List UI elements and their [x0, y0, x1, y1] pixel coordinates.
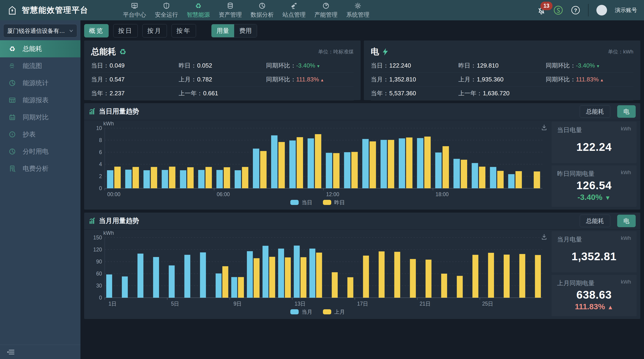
trend-arrow-icon: ▼ — [316, 64, 320, 69]
legend-swatch — [323, 309, 331, 314]
nav-item-asset-management[interactable]: 资产管理 — [219, 2, 242, 19]
trend-value: 111.83%▲ — [296, 76, 324, 83]
trend-chart-icon — [89, 217, 96, 224]
sidebar: 厦门锐谷通信设备有限公司 ♻ 总能耗 能流图 — [0, 20, 80, 359]
legend-item-today[interactable]: 当日 — [290, 199, 312, 206]
daily-side-stats: 当日电量 kWh 122.24 昨日同期电量 kWh 126.54 -3.40%… — [552, 122, 636, 207]
svg-text:0: 0 — [99, 295, 102, 301]
nav-item-capacity-management[interactable]: 产能管理 — [314, 2, 338, 19]
bolt-icon — [382, 48, 388, 56]
nav-item-data-analysis[interactable]: 数据分析 — [250, 2, 274, 19]
nav-item-system-management[interactable]: 系统管理 — [346, 2, 370, 19]
monitor-icon — [131, 2, 138, 10]
sidebar-item-energy-flow[interactable]: 能流图 — [0, 57, 80, 75]
stat-row: 当年：2.237 上一年：0.661 — [91, 87, 354, 100]
bar-chart[interactable]: 0246810kWh00:0006:0012:0018:00 — [86, 122, 549, 198]
chevron-down-icon — [68, 28, 73, 34]
legend-item-this-month[interactable]: 当月 — [290, 308, 312, 315]
card-title: 电 — [371, 46, 388, 57]
sidebar-menu: ♻ 总能耗 能流图 能源统计 — [0, 40, 80, 177]
meter-bolt-icon — [8, 130, 16, 138]
app-title: 智慧能效管理平台 — [22, 5, 88, 16]
legend-item-last-month[interactable]: 上月 — [323, 308, 345, 315]
sidebar-item-electricity-cost-analysis[interactable]: 电费分析 — [0, 160, 80, 177]
svg-text:2: 2 — [99, 173, 102, 179]
bar-chart[interactable]: 0306090120150kWh1日5日9日13日17日21日25日 — [86, 231, 549, 307]
mode-button-electricity[interactable]: 电 — [617, 105, 636, 118]
unit-label: 单位：kWh — [608, 48, 633, 55]
svg-text:?: ? — [574, 8, 577, 13]
nav-item-platform-center[interactable]: 平台中心 — [123, 2, 146, 19]
svg-text:4: 4 — [99, 161, 102, 167]
stat-row: 当日：122.240 昨日：129.810 同期环比：-3.40%▼ — [371, 59, 633, 73]
avatar[interactable] — [596, 5, 607, 16]
svg-text:5日: 5日 — [171, 301, 179, 307]
trend-arrow-icon: ▲ — [607, 304, 613, 311]
sidebar-item-energy-statistics[interactable]: 能源统计 — [0, 75, 80, 92]
nav-item-site-management[interactable]: 站点管理 — [282, 2, 306, 19]
svg-text:17日: 17日 — [357, 301, 368, 307]
nav-item-smart-energy[interactable]: ♻ 智慧能源 — [187, 2, 210, 19]
sidebar-item-period-comparison[interactable]: 同期对比 — [0, 109, 80, 126]
topbar-divider — [588, 4, 588, 17]
svg-text:120: 120 — [93, 247, 102, 253]
chart-legend: 当月 上月 — [86, 307, 549, 316]
download-icon[interactable] — [540, 124, 548, 131]
legend-item-yesterday[interactable]: 昨日 — [323, 199, 345, 206]
flow-icon — [8, 62, 16, 70]
svg-text:kWh: kWh — [103, 231, 114, 236]
nav-item-safe-operation[interactable]: 安全运行 — [155, 2, 178, 19]
sidebar-item-energy-report[interactable]: 能源报表 — [0, 92, 80, 109]
company-select[interactable]: 厦门锐谷通信设备有限公司 — [3, 24, 77, 38]
segment-usage[interactable]: 用量 — [212, 24, 234, 37]
svg-text:150: 150 — [93, 235, 102, 241]
brand: 智慧能效管理平台 — [7, 5, 88, 16]
stat-value: 638.63 — [576, 288, 612, 301]
notifications-button[interactable]: 13 — [537, 5, 546, 15]
svg-text:6: 6 — [99, 149, 102, 155]
pie-chart-icon — [8, 79, 16, 87]
recycle-icon: ♻ — [8, 45, 16, 53]
account-name[interactable]: 演示账号 — [615, 7, 637, 14]
daily-trend-chart[interactable]: 0246810kWh00:0006:0012:0018:00 当日 — [86, 122, 549, 207]
monthly-trend-chart[interactable]: 0306090120150kWh1日5日9日13日17日21日25日 当月 — [86, 231, 549, 316]
trend-value: 111.83%▲ — [557, 302, 631, 311]
stat-value: 122.24 — [576, 141, 612, 153]
sidebar-item-time-of-use[interactable]: 分时用电 — [0, 143, 80, 160]
clock-pie-icon — [8, 148, 16, 155]
app-logo-icon — [7, 5, 18, 16]
stat-value: 1,352.81 — [572, 250, 617, 263]
tab-by-year[interactable]: 按年 — [172, 24, 196, 38]
svg-text:1日: 1日 — [108, 301, 116, 307]
download-icon[interactable] — [540, 233, 548, 241]
sidebar-footer — [0, 345, 80, 359]
help-icon[interactable]: ? — [571, 6, 580, 15]
svg-text:25日: 25日 — [482, 301, 493, 307]
panel-title: 当月用量趋势 — [99, 216, 139, 225]
mode-button-total-energy[interactable]: 总能耗 — [580, 215, 610, 227]
segment-cost[interactable]: 费用 — [234, 24, 257, 37]
last-month-electricity-card: 上月同期电量 kWh 638.63 111.83%▲ — [552, 275, 636, 316]
tab-overview[interactable]: 概览 — [84, 24, 109, 38]
mode-button-total-energy[interactable]: 总能耗 — [580, 105, 610, 118]
unit-label: 单位：吨标准煤 — [318, 48, 354, 55]
collapse-sidebar-icon[interactable] — [6, 348, 15, 355]
tab-by-month[interactable]: 按月 — [142, 24, 167, 38]
mode-button-electricity[interactable]: 电 — [617, 215, 636, 227]
trend-chart-icon — [89, 108, 96, 115]
topbar: 智慧能效管理平台 平台中心 安全运行 ♻ 智慧能源 — [0, 0, 644, 20]
today-electricity-card: 当日电量 kWh 122.24 — [552, 122, 636, 163]
topbar-actions: 13 ? 演示账号 — [537, 4, 637, 17]
svg-text:8: 8 — [99, 137, 102, 143]
svg-text:21日: 21日 — [420, 301, 431, 307]
this-month-electricity-card: 当月电量 kWh 1,352.81 — [552, 231, 636, 272]
monthly-side-stats: 当月电量 kWh 1,352.81 上月同期电量 kWh 638.63 111.… — [552, 231, 636, 316]
trend-value: -3.40%▼ — [296, 62, 320, 69]
sidebar-item-total-energy[interactable]: ♻ 总能耗 — [0, 40, 80, 57]
tab-by-day[interactable]: 按日 — [113, 24, 138, 38]
recycle-icon: ♻ — [119, 47, 126, 57]
top-nav: 平台中心 安全运行 ♻ 智慧能源 资产管理 — [123, 2, 370, 19]
support-icon[interactable] — [554, 5, 563, 15]
stat-row: 当日：0.049 昨日：0.052 同期环比：-3.40%▼ — [91, 59, 354, 73]
sidebar-item-meter-reading[interactable]: 抄表 — [0, 126, 80, 143]
